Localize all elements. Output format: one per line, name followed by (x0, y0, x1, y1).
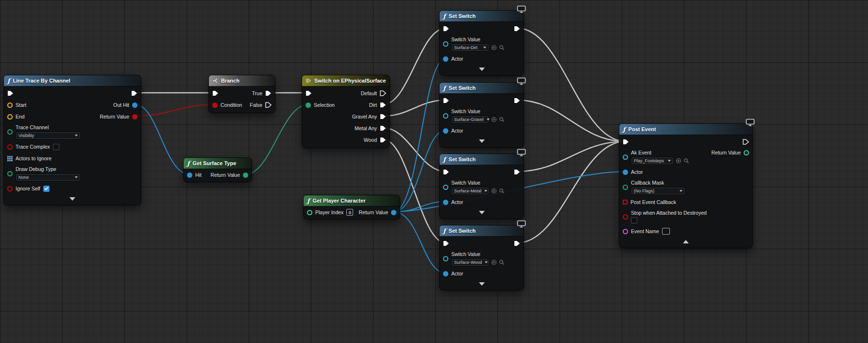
node-switch-on-ephysicalsurface[interactable]: Switch on EPhysicalSurface Default Selec… (302, 75, 390, 148)
exec-in-pin[interactable] (306, 90, 312, 96)
end-pin[interactable] (7, 114, 13, 120)
trace-channel-pin[interactable] (7, 129, 13, 135)
browse-asset-icon[interactable] (499, 45, 505, 51)
node-set-switch-metal[interactable]: ƒ Set Switch Switch Value Surface-Metal (440, 154, 524, 219)
switch-value-pin[interactable] (443, 41, 448, 47)
wire-exec-switch-gravel-to-setswitch2[interactable] (383, 100, 446, 116)
wire-object-outhit-to-hit[interactable] (135, 104, 190, 174)
blueprint-graph-canvas[interactable]: ƒ Line Trace By Channel Start Out Hit (0, 0, 868, 343)
browse-asset-icon[interactable] (499, 188, 505, 194)
node-set-switch-wood[interactable]: ƒ Set Switch Switch Value Surface-Wood (440, 225, 524, 290)
switch-value-dropdown[interactable]: Surface-Dirt (451, 44, 489, 51)
node-line-trace-by-channel[interactable]: ƒ Line Trace By Channel Start Out Hit (4, 75, 141, 205)
draw-debug-type-dropdown[interactable]: None (16, 173, 81, 181)
exec-in-pin[interactable] (623, 139, 629, 145)
node-set-switch-dirt[interactable]: ƒ Set Switch Switch Value Surface-Dirt (440, 11, 524, 75)
node-header[interactable]: ƒ Post Event (619, 124, 752, 135)
browse-asset-icon[interactable] (683, 158, 689, 164)
expand-advanced-chevron-icon[interactable] (479, 139, 485, 143)
switch-value-dropdown[interactable]: Surface-Gravel (451, 116, 489, 123)
exec-out-pin[interactable] (514, 26, 520, 32)
return-value-pin[interactable] (243, 172, 248, 178)
metal-any-exec-pin[interactable] (380, 125, 386, 131)
false-exec-pin[interactable] (265, 102, 272, 108)
player-index-pin[interactable] (307, 210, 312, 215)
wire-enum-surfacetype-to-selection[interactable] (245, 104, 308, 174)
wire-exec-switch-dirt-to-setswitch1[interactable] (383, 28, 446, 104)
collapse-advanced-chevron-icon[interactable] (683, 240, 689, 243)
hit-pin[interactable] (187, 172, 192, 178)
gravel-any-exec-pin[interactable] (380, 114, 386, 120)
exec-out-pin[interactable] (131, 90, 137, 96)
wire-exec-setswitch2-to-postevent[interactable] (517, 100, 626, 141)
condition-pin[interactable] (212, 103, 218, 108)
post-event-callback-delegate-pin[interactable] (623, 200, 628, 205)
wire-exec-setswitch1-to-postevent[interactable] (517, 28, 626, 141)
browse-asset-icon[interactable] (499, 259, 505, 265)
expand-advanced-chevron-icon[interactable] (479, 211, 485, 214)
exec-out-pin[interactable] (743, 139, 749, 145)
wire-exec-switch-wood-to-setswitch4[interactable] (383, 139, 446, 243)
trace-complex-checkbox[interactable] (53, 144, 59, 150)
actor-pin[interactable] (443, 128, 448, 134)
node-post-event[interactable]: ƒ Post Event Ak Event Play_Footsteps (619, 124, 752, 248)
event-name-pin[interactable] (623, 229, 628, 234)
callback-mask-pin[interactable] (623, 185, 628, 190)
callback-mask-dropdown[interactable]: (No Flags) (631, 187, 685, 195)
ignore-self-pin[interactable] (7, 186, 13, 191)
event-name-input[interactable] (662, 228, 670, 235)
exec-in-pin[interactable] (443, 98, 449, 103)
node-get-surface-type[interactable]: ƒ Get Surface Type Hit Return Value (184, 158, 252, 182)
trace-channel-dropdown[interactable]: Visibility (16, 132, 81, 139)
node-header[interactable]: ƒ Set Switch (440, 225, 524, 237)
use-asset-icon[interactable] (491, 45, 497, 51)
stop-when-attached-pin[interactable] (623, 214, 628, 220)
ak-event-dropdown[interactable]: Play_Footsteps (631, 157, 674, 165)
return-value-pin[interactable] (132, 114, 137, 120)
node-header[interactable]: ƒ Line Trace By Channel (4, 75, 141, 86)
node-header[interactable]: Branch (209, 75, 275, 86)
expand-advanced-chevron-icon[interactable] (69, 197, 75, 201)
true-exec-pin[interactable] (265, 90, 272, 96)
browse-asset-icon[interactable] (499, 117, 505, 122)
exec-in-pin[interactable] (443, 26, 449, 32)
node-header[interactable]: ƒ Set Switch (440, 11, 524, 22)
actor-pin[interactable] (623, 170, 628, 175)
actor-pin[interactable] (443, 56, 448, 62)
expand-advanced-chevron-icon[interactable] (479, 68, 485, 71)
return-value-pin[interactable] (391, 210, 396, 215)
ak-event-pin[interactable] (623, 154, 628, 160)
node-header[interactable]: ƒ Set Switch (440, 83, 524, 94)
node-header[interactable]: ƒ Set Switch (440, 154, 524, 165)
node-header[interactable]: ƒ Get Player Character (304, 195, 400, 206)
wire-object-player-to-setswitch4-actor[interactable] (393, 212, 446, 273)
switch-value-dropdown[interactable]: Surface-Wood (451, 258, 489, 266)
exec-out-pin[interactable] (514, 169, 520, 175)
node-header[interactable]: Switch on EPhysicalSurface (302, 75, 390, 86)
wood-exec-pin[interactable] (380, 137, 386, 143)
actor-pin[interactable] (443, 200, 448, 205)
draw-debug-type-pin[interactable] (7, 171, 13, 176)
selection-pin[interactable] (306, 103, 311, 108)
switch-value-pin[interactable] (443, 256, 448, 261)
actors-to-ignore-array-pin[interactable] (7, 156, 13, 161)
player-index-input[interactable]: 0 (346, 209, 353, 216)
stop-when-attached-checkbox[interactable] (631, 217, 637, 223)
expand-advanced-chevron-icon[interactable] (479, 282, 485, 286)
use-asset-icon[interactable] (676, 158, 681, 164)
use-asset-icon[interactable] (491, 259, 497, 265)
exec-in-pin[interactable] (7, 90, 14, 96)
use-asset-icon[interactable] (491, 188, 497, 194)
wire-bool-returnvalue-to-condition[interactable] (135, 104, 215, 116)
use-asset-icon[interactable] (491, 117, 497, 122)
switch-value-pin[interactable] (443, 185, 448, 190)
node-header[interactable]: ƒ Get Surface Type (184, 158, 252, 169)
exec-in-pin[interactable] (443, 169, 449, 175)
exec-in-pin[interactable] (443, 240, 449, 246)
actor-pin[interactable] (443, 271, 448, 276)
dirt-exec-pin[interactable] (380, 102, 386, 108)
node-set-switch-gravel[interactable]: ƒ Set Switch Switch Value Surface-Gravel (440, 83, 524, 147)
switch-value-pin[interactable] (443, 113, 448, 119)
return-value-pin[interactable] (744, 150, 749, 155)
trace-complex-pin[interactable] (7, 144, 13, 150)
